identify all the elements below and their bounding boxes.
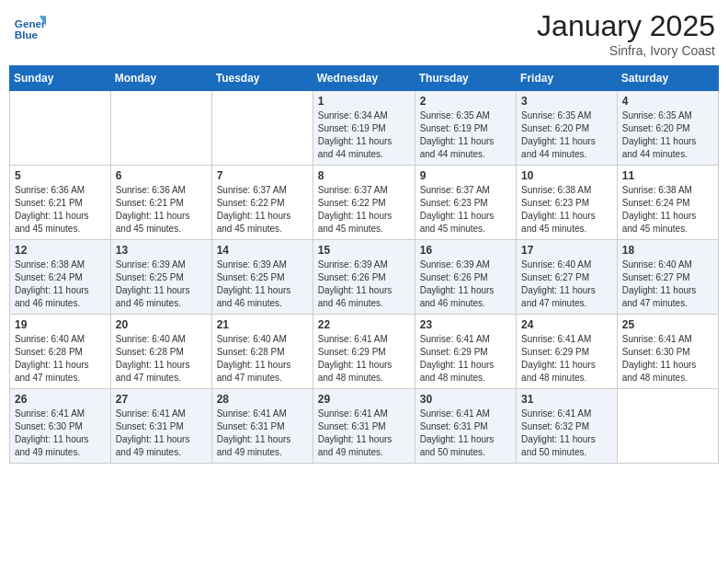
- calendar-cell: 21Sunrise: 6:40 AM Sunset: 6:28 PM Dayli…: [211, 315, 313, 389]
- title-block: January 2025 Sinfra, Ivory Coast: [537, 9, 715, 58]
- day-number: 19: [15, 318, 106, 331]
- calendar-cell: 26Sunrise: 6:41 AM Sunset: 6:30 PM Dayli…: [10, 389, 111, 464]
- day-of-week-header: Monday: [110, 66, 211, 91]
- calendar-cell: [617, 389, 718, 464]
- day-number: 8: [318, 169, 410, 182]
- day-info: Sunrise: 6:35 AM Sunset: 6:20 PM Dayligh…: [622, 109, 713, 161]
- day-number: 2: [420, 95, 511, 108]
- calendar-cell: 23Sunrise: 6:41 AM Sunset: 6:29 PM Dayli…: [415, 315, 516, 389]
- calendar-cell: 29Sunrise: 6:41 AM Sunset: 6:31 PM Dayli…: [313, 389, 415, 464]
- calendar-table: SundayMondayTuesdayWednesdayThursdayFrid…: [9, 65, 719, 464]
- day-info: Sunrise: 6:40 AM Sunset: 6:27 PM Dayligh…: [521, 259, 612, 310]
- day-number: 29: [318, 393, 410, 406]
- day-number: 15: [318, 244, 410, 257]
- day-info: Sunrise: 6:38 AM Sunset: 6:24 PM Dayligh…: [15, 259, 106, 310]
- day-number: 5: [15, 169, 106, 182]
- calendar-cell: 4Sunrise: 6:35 AM Sunset: 6:20 PM Daylig…: [617, 91, 718, 166]
- day-info: Sunrise: 6:37 AM Sunset: 6:22 PM Dayligh…: [318, 184, 410, 236]
- day-number: 31: [521, 393, 612, 406]
- day-info: Sunrise: 6:41 AM Sunset: 6:31 PM Dayligh…: [318, 408, 410, 459]
- day-number: 10: [521, 169, 612, 182]
- calendar-cell: 12Sunrise: 6:38 AM Sunset: 6:24 PM Dayli…: [10, 240, 111, 315]
- calendar-week-row: 26Sunrise: 6:41 AM Sunset: 6:30 PM Dayli…: [10, 389, 719, 464]
- day-info: Sunrise: 6:41 AM Sunset: 6:29 PM Dayligh…: [420, 333, 511, 385]
- day-of-week-header: Tuesday: [211, 66, 313, 91]
- calendar-cell: [211, 91, 313, 166]
- day-number: 18: [622, 244, 713, 257]
- day-info: Sunrise: 6:41 AM Sunset: 6:31 PM Dayligh…: [217, 408, 308, 459]
- calendar-cell: 13Sunrise: 6:39 AM Sunset: 6:25 PM Dayli…: [110, 240, 211, 315]
- calendar-week-row: 5Sunrise: 6:36 AM Sunset: 6:21 PM Daylig…: [10, 166, 719, 240]
- day-info: Sunrise: 6:36 AM Sunset: 6:21 PM Dayligh…: [15, 184, 106, 236]
- day-number: 1: [318, 95, 410, 108]
- day-info: Sunrise: 6:37 AM Sunset: 6:22 PM Dayligh…: [217, 184, 308, 236]
- day-number: 16: [420, 244, 511, 257]
- day-number: 30: [420, 393, 511, 406]
- day-info: Sunrise: 6:35 AM Sunset: 6:19 PM Dayligh…: [420, 109, 511, 161]
- calendar-cell: 8Sunrise: 6:37 AM Sunset: 6:22 PM Daylig…: [313, 166, 415, 240]
- calendar-cell: 9Sunrise: 6:37 AM Sunset: 6:23 PM Daylig…: [415, 166, 516, 240]
- calendar-body: 1Sunrise: 6:34 AM Sunset: 6:19 PM Daylig…: [10, 91, 719, 464]
- day-number: 13: [116, 244, 207, 257]
- day-info: Sunrise: 6:36 AM Sunset: 6:21 PM Dayligh…: [116, 184, 207, 236]
- day-number: 11: [622, 169, 713, 182]
- svg-text:Blue: Blue: [15, 29, 39, 40]
- day-number: 25: [622, 318, 713, 331]
- calendar-cell: 27Sunrise: 6:41 AM Sunset: 6:31 PM Dayli…: [110, 389, 211, 464]
- day-of-week-header: Thursday: [415, 66, 516, 91]
- day-info: Sunrise: 6:34 AM Sunset: 6:19 PM Dayligh…: [318, 109, 410, 161]
- calendar-cell: 19Sunrise: 6:40 AM Sunset: 6:28 PM Dayli…: [10, 315, 111, 389]
- calendar-cell: 16Sunrise: 6:39 AM Sunset: 6:26 PM Dayli…: [415, 240, 516, 315]
- day-of-week-header: Wednesday: [313, 66, 415, 91]
- day-info: Sunrise: 6:39 AM Sunset: 6:26 PM Dayligh…: [420, 259, 511, 310]
- day-number: 4: [622, 95, 713, 108]
- day-of-week-header: Sunday: [10, 66, 111, 91]
- calendar-cell: 6Sunrise: 6:36 AM Sunset: 6:21 PM Daylig…: [110, 166, 211, 240]
- day-number: 7: [217, 169, 308, 182]
- calendar-cell: 3Sunrise: 6:35 AM Sunset: 6:20 PM Daylig…: [517, 91, 618, 166]
- day-number: 26: [15, 393, 106, 406]
- calendar-cell: 10Sunrise: 6:38 AM Sunset: 6:23 PM Dayli…: [517, 166, 618, 240]
- day-number: 14: [217, 244, 308, 257]
- day-number: 22: [318, 318, 410, 331]
- day-info: Sunrise: 6:40 AM Sunset: 6:28 PM Dayligh…: [116, 333, 207, 385]
- day-number: 12: [15, 244, 106, 257]
- day-info: Sunrise: 6:41 AM Sunset: 6:30 PM Dayligh…: [15, 408, 106, 459]
- day-number: 9: [420, 169, 511, 182]
- day-number: 17: [521, 244, 612, 257]
- page-header: General Blue January 2025 Sinfra, Ivory …: [9, 9, 719, 58]
- day-info: Sunrise: 6:40 AM Sunset: 6:28 PM Dayligh…: [217, 333, 308, 385]
- day-info: Sunrise: 6:39 AM Sunset: 6:26 PM Dayligh…: [318, 259, 410, 310]
- calendar-cell: 18Sunrise: 6:40 AM Sunset: 6:27 PM Dayli…: [617, 240, 718, 315]
- calendar-header-row: SundayMondayTuesdayWednesdayThursdayFrid…: [10, 66, 719, 91]
- calendar-cell: 5Sunrise: 6:36 AM Sunset: 6:21 PM Daylig…: [10, 166, 111, 240]
- day-info: Sunrise: 6:41 AM Sunset: 6:30 PM Dayligh…: [622, 333, 713, 385]
- day-info: Sunrise: 6:37 AM Sunset: 6:23 PM Dayligh…: [420, 184, 511, 236]
- day-info: Sunrise: 6:41 AM Sunset: 6:29 PM Dayligh…: [318, 333, 410, 385]
- day-info: Sunrise: 6:41 AM Sunset: 6:29 PM Dayligh…: [521, 333, 612, 385]
- day-number: 3: [521, 95, 612, 108]
- day-number: 24: [521, 318, 612, 331]
- calendar-cell: 17Sunrise: 6:40 AM Sunset: 6:27 PM Dayli…: [517, 240, 618, 315]
- logo-icon: General Blue: [13, 9, 46, 42]
- day-of-week-header: Friday: [517, 66, 618, 91]
- day-info: Sunrise: 6:35 AM Sunset: 6:20 PM Dayligh…: [521, 109, 612, 161]
- calendar-cell: 15Sunrise: 6:39 AM Sunset: 6:26 PM Dayli…: [313, 240, 415, 315]
- day-info: Sunrise: 6:39 AM Sunset: 6:25 PM Dayligh…: [217, 259, 308, 310]
- day-number: 27: [116, 393, 207, 406]
- calendar-week-row: 19Sunrise: 6:40 AM Sunset: 6:28 PM Dayli…: [10, 315, 719, 389]
- calendar-cell: 2Sunrise: 6:35 AM Sunset: 6:19 PM Daylig…: [415, 91, 516, 166]
- day-info: Sunrise: 6:40 AM Sunset: 6:28 PM Dayligh…: [15, 333, 106, 385]
- day-number: 6: [116, 169, 207, 182]
- title-month: January 2025: [537, 9, 715, 43]
- calendar-cell: 1Sunrise: 6:34 AM Sunset: 6:19 PM Daylig…: [313, 91, 415, 166]
- calendar-cell: 31Sunrise: 6:41 AM Sunset: 6:32 PM Dayli…: [517, 389, 618, 464]
- calendar-cell: 30Sunrise: 6:41 AM Sunset: 6:31 PM Dayli…: [415, 389, 516, 464]
- calendar-cell: 24Sunrise: 6:41 AM Sunset: 6:29 PM Dayli…: [517, 315, 618, 389]
- day-info: Sunrise: 6:39 AM Sunset: 6:25 PM Dayligh…: [116, 259, 207, 310]
- calendar-cell: 7Sunrise: 6:37 AM Sunset: 6:22 PM Daylig…: [211, 166, 313, 240]
- day-info: Sunrise: 6:41 AM Sunset: 6:31 PM Dayligh…: [116, 408, 207, 459]
- day-info: Sunrise: 6:38 AM Sunset: 6:23 PM Dayligh…: [521, 184, 612, 236]
- day-number: 21: [217, 318, 308, 331]
- day-info: Sunrise: 6:41 AM Sunset: 6:31 PM Dayligh…: [420, 408, 511, 459]
